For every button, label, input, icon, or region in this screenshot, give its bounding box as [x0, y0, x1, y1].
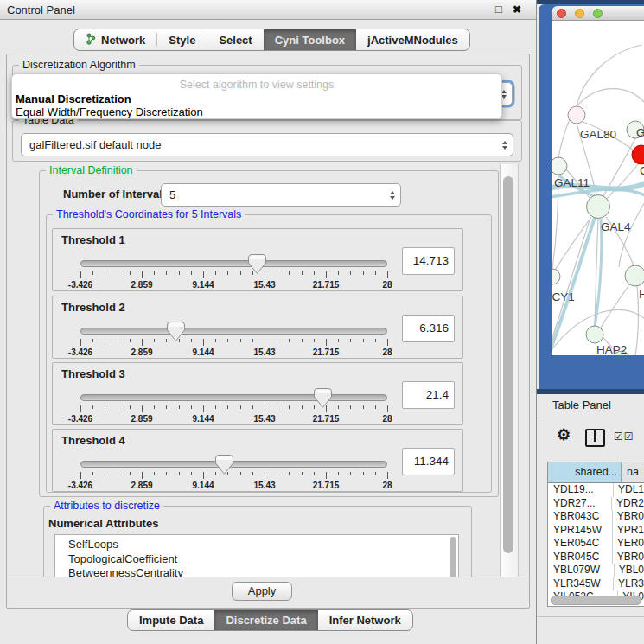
number-of-intervals-label: Number of Intervals — [63, 188, 169, 201]
threshold-value-field[interactable]: 6.316 — [402, 315, 455, 342]
table-row[interactable]: YBR045CYBR0 — [548, 551, 644, 564]
table-row[interactable]: YDL19...YDL1 — [548, 483, 644, 497]
list-scrollbar[interactable] — [449, 537, 457, 577]
minimize-traffic-light[interactable] — [575, 9, 584, 18]
tab-impute-data[interactable]: Impute Data — [128, 610, 214, 630]
number-of-intervals-combobox[interactable]: 5 — [161, 183, 401, 207]
network-node[interactable] — [586, 326, 603, 343]
close-icon[interactable]: ✖ — [513, 3, 521, 16]
app-screen: Control Panel □ ✖ Network Style S — [0, 0, 644, 644]
network-node-label: GAL80 — [580, 128, 616, 141]
right-side: GAL80GACGAL11GAL4GCY1HHAP2 Table Panel ⚙… — [536, 0, 644, 644]
table-row[interactable]: YDR27...YDR2 — [548, 497, 644, 511]
network-node-label: GAL11 — [554, 176, 590, 189]
threshold-slider[interactable]: -3.4262.8599.14415.4321.71528 — [80, 328, 387, 357]
tab-infer-network[interactable]: Infer Network — [318, 610, 412, 630]
select-columns-icon[interactable]: ☑☑ — [614, 430, 634, 443]
cyni-content-panel: Discretization Algorithm Select algorith… — [6, 54, 530, 609]
bottom-tabbar: Impute Data Discretize Data Infer Networ… — [127, 609, 413, 631]
split-view-icon[interactable] — [585, 429, 605, 447]
network-edge[interactable] — [601, 284, 630, 328]
numerical-attributes-label: Numerical Attributes — [48, 517, 158, 530]
threshold-value-field[interactable]: 21.4 — [402, 381, 455, 409]
numerical-attributes-list[interactable]: SelfLoops TopologicalCoefficient Between… — [54, 534, 459, 577]
tab-network[interactable]: Network — [74, 29, 156, 50]
network-node-label: H — [639, 288, 644, 301]
threshold-value-field[interactable]: 11.344 — [402, 448, 455, 475]
network-node[interactable] — [552, 269, 560, 284]
tab-jactivemnodules[interactable]: jActiveMNodules — [356, 29, 469, 50]
threshold-2-panel: Threshold 2-3.4262.8599.14415.4321.71528… — [52, 296, 463, 359]
network-window-titlebar[interactable] — [552, 6, 644, 21]
table-row[interactable]: YBL079WYBL0 — [548, 564, 644, 577]
network-node[interactable] — [625, 265, 644, 286]
tab-style[interactable]: Style — [157, 29, 207, 50]
slider-track[interactable] — [80, 394, 387, 401]
threshold-label: Threshold 4 — [61, 434, 125, 447]
scrollbar-thumb[interactable] — [503, 176, 513, 553]
threshold-slider[interactable]: -3.4262.8599.14415.4321.71528 — [80, 394, 387, 424]
network-window: GAL80GACGAL11GAL4GCY1HHAP2 — [539, 4, 644, 389]
float-window-icon[interactable]: □ — [495, 3, 502, 16]
threshold-slider[interactable]: -3.4262.8599.14415.4321.71528 — [80, 260, 387, 290]
scrollbar-thumb[interactable] — [551, 596, 641, 605]
network-node[interactable] — [568, 106, 585, 124]
network-node[interactable] — [587, 195, 610, 219]
algorithm-dropdown-popup: Select algorithm to view settings Manual… — [11, 73, 502, 119]
network-edge[interactable] — [635, 286, 638, 355]
network-edge[interactable] — [577, 89, 644, 106]
list-item[interactable]: TopologicalCoefficient — [55, 552, 458, 567]
threshold-1-panel: Threshold 1-3.4262.8599.14415.4321.71528… — [52, 228, 463, 291]
group-title: Attributes to discretize — [50, 500, 163, 512]
list-item[interactable]: BetweennessCentrality — [55, 566, 458, 577]
slider-track[interactable] — [80, 260, 387, 267]
table-horizontal-scrollbar[interactable] — [550, 596, 642, 603]
network-node-label: GA — [636, 126, 644, 139]
dropdown-option-manual[interactable]: Manual Discretization — [16, 92, 131, 105]
tab-discretize-data[interactable]: Discretize Data — [214, 610, 317, 630]
tab-cyni-toolbox[interactable]: Cyni Toolbox — [264, 29, 356, 50]
threshold-label: Threshold 2 — [61, 301, 125, 314]
close-traffic-light[interactable] — [557, 9, 566, 18]
attributes-group: Attributes to discretize Numerical Attri… — [43, 506, 472, 577]
control-panel-titlebar: Control Panel □ ✖ — [0, 0, 536, 20]
table-data-group: Table Data galFiltered.sif default node — [12, 120, 522, 162]
group-title: Threshold's Coordinates for 5 Intervals — [53, 208, 245, 220]
tab-select[interactable]: Select — [207, 29, 263, 50]
node-table: shared... na YDL19...YDL1 YDR27...YDR2 Y… — [547, 462, 644, 607]
threshold-value-field[interactable]: 14.713 — [402, 247, 455, 275]
threshold-slider[interactable]: -3.4262.8599.14415.4321.71528 — [80, 461, 387, 490]
table-data-combobox[interactable]: galFiltered.sif default node — [21, 133, 513, 156]
slider-track[interactable] — [80, 328, 387, 335]
table-row[interactable]: YBR043CYBR0 — [548, 510, 644, 524]
apply-button[interactable]: Apply — [232, 582, 292, 601]
slider-ticks — [80, 271, 387, 279]
network-node[interactable] — [632, 145, 644, 164]
table-row[interactable]: YER054CYER0 — [548, 537, 644, 551]
slider-ticks — [80, 339, 387, 347]
column-header-name[interactable]: na — [622, 462, 644, 482]
network-node[interactable] — [552, 157, 567, 175]
panel-title: Control Panel — [7, 3, 75, 16]
group-title: Discretization Algorithm — [19, 59, 139, 71]
network-canvas[interactable]: GAL80GACGAL11GAL4GCY1HHAP2 — [552, 21, 644, 355]
panel-scrollbar[interactable] — [500, 164, 519, 577]
group-title: Interval Definition — [46, 164, 137, 176]
table-row[interactable]: YPR145WYPR1 — [548, 524, 644, 538]
slider-track[interactable] — [80, 461, 387, 468]
top-tabbar: Network Style Select Cyni Toolbox jActiv… — [73, 29, 470, 51]
network-graph[interactable]: GAL80GACGAL11GAL4GCY1HHAP2 — [552, 21, 644, 355]
gear-icon[interactable]: ⚙ — [557, 425, 571, 444]
list-item[interactable]: SelfLoops — [55, 535, 458, 552]
apply-row: Apply — [7, 577, 529, 608]
column-header-shared-name[interactable]: shared... — [548, 462, 622, 482]
network-edge[interactable] — [558, 119, 570, 157]
threshold-3-panel: Threshold 3-3.4262.8599.14415.4321.71528… — [52, 362, 463, 425]
dropdown-option-equal-width[interactable]: Equal Width/Frequency Discretization — [16, 105, 203, 118]
slider-tick-labels: -3.4262.8599.14415.4321.71528 — [80, 414, 387, 424]
network-edge[interactable] — [619, 202, 644, 267]
network-edge[interactable] — [595, 219, 602, 327]
divider — [537, 418, 644, 418]
table-row[interactable]: YLR345WYLR3 — [548, 577, 644, 591]
zoom-traffic-light[interactable] — [593, 9, 603, 18]
